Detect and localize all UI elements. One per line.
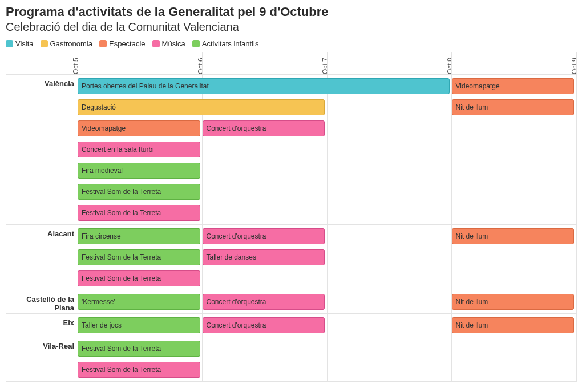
event-bar[interactable]: Festival Som de la Terreta [78,184,200,200]
legend-label: Gastronomia [50,39,92,48]
event-bar[interactable]: Nit de llum [452,294,575,310]
city-row: Castelló de la Plana'Kermesse'Concert d'… [6,290,576,313]
lane: Portes obertes del Palau de la Generalit… [78,78,576,94]
axis-tick: Oct 8 [446,58,454,74]
event-bar[interactable]: Videomapatge [78,120,200,136]
city-row: AlacantFira circenseConcert d'orquestraN… [6,224,576,290]
event-bar[interactable]: Fira medieval [78,163,200,179]
city-label: Alacant [6,225,78,290]
city-label: Castelló de la Plana [6,290,78,313]
legend-label: Espectacle [109,39,146,48]
event-bar[interactable]: Nit de llum [452,99,575,115]
event-bar[interactable]: Concert d'orquestra [203,120,325,136]
event-bar[interactable]: Concert en la sala Iturbi [78,142,200,157]
chart-container: Programa d'activitats de la Generalitat … [0,0,582,392]
page-subtitle: Celebració del dia de la Comunitat Valen… [6,21,576,34]
lane: Festival Som de la Terreta [78,341,576,357]
lane: Festival Som de la Terreta [78,362,576,378]
event-bar[interactable]: Concert d'orquestra [203,294,325,310]
lane: Concert en la sala Iturbi [78,142,576,157]
event-bar[interactable]: Degustació [78,99,325,115]
city-lanes: Festival Som de la TerretaFestival Som d… [78,337,576,381]
lane: Festival Som de la Terreta [78,184,576,200]
event-bar[interactable]: Festival Som de la Terreta [78,341,200,357]
city-label: Vila-Real [6,337,78,381]
lane: VideomapatgeConcert d'orquestra [78,120,576,136]
event-bar[interactable]: Taller de danses [203,249,325,265]
event-bar[interactable]: Nit de llum [452,228,575,244]
legend-swatch [6,40,13,47]
event-bar[interactable]: Portes obertes del Palau de la Generalit… [78,78,450,94]
event-bar[interactable]: Concert d'orquestra [203,228,325,244]
legend-label: Visita [15,39,34,48]
legend-swatch [192,40,200,47]
city-row: ValènciaPortes obertes del Palau de la G… [6,74,576,224]
event-bar[interactable]: Festival Som de la Terreta [78,362,200,378]
lane: Taller de jocsConcert d'orquestraNit de … [78,317,576,333]
event-bar[interactable]: Concert d'orquestra [203,317,325,333]
axis-tick: Oct 6 [197,58,205,74]
legend-item-espectacle: Espectacle [99,39,146,48]
event-bar[interactable]: Festival Som de la Terreta [78,205,200,221]
event-bar[interactable]: Videomapatge [452,78,575,94]
gantt-rows: ValènciaPortes obertes del Palau de la G… [6,74,576,382]
lane: 'Kermesse'Concert d'orquestraNit de llum [78,294,576,310]
legend-swatch [152,40,160,47]
event-bar[interactable]: Festival Som de la Terreta [78,270,200,286]
event-bar[interactable]: Nit de llum [452,317,575,333]
lane: Festival Som de la Terreta [78,205,576,221]
city-label: Elx [6,314,78,337]
city-row: Vila-RealFestival Som de la TerretaFesti… [6,337,576,382]
legend-item-música: Música [152,39,185,48]
event-bar[interactable]: 'Kermesse' [78,294,200,310]
city-label: València [6,75,78,224]
city-lanes: Portes obertes del Palau de la Generalit… [78,75,576,224]
lane: Festival Som de la Terreta [78,270,576,286]
axis-tick: Oct 7 [321,58,329,74]
lane: DegustacióNit de llum [78,99,576,115]
gantt-chart: Oct 5Oct 6Oct 7Oct 8Oct 9 ValènciaPortes… [6,52,576,382]
legend-label: Música [162,39,185,48]
axis-tick: Oct 5 [72,58,80,74]
legend: VisitaGastronomiaEspectacleMúsicaActivit… [6,39,576,48]
lane: Fira circenseConcert d'orquestraNit de l… [78,228,576,244]
legend-item-visita: Visita [6,39,34,48]
city-lanes: 'Kermesse'Concert d'orquestraNit de llum [78,290,576,313]
event-bar[interactable]: Festival Som de la Terreta [78,249,200,265]
lane: Fira medieval [78,163,576,179]
legend-swatch [99,40,107,47]
legend-item-gastronomia: Gastronomia [41,39,92,48]
legend-label: Activitats infantils [202,39,259,48]
page-title: Programa d'activitats de la Generalitat … [6,5,576,19]
event-bar[interactable]: Fira circense [78,228,200,244]
legend-item-activitats: Activitats infantils [192,39,259,48]
city-lanes: Taller de jocsConcert d'orquestraNit de … [78,314,576,337]
city-lanes: Fira circenseConcert d'orquestraNit de l… [78,225,576,290]
legend-swatch [41,40,48,47]
lane: Festival Som de la TerretaTaller de dans… [78,249,576,265]
city-row: ElxTaller de jocsConcert d'orquestraNit … [6,313,576,337]
event-bar[interactable]: Taller de jocs [78,317,200,333]
timeline-header: Oct 5Oct 6Oct 7Oct 8Oct 9 [78,52,576,74]
axis-tick: Oct 9 [571,58,579,74]
